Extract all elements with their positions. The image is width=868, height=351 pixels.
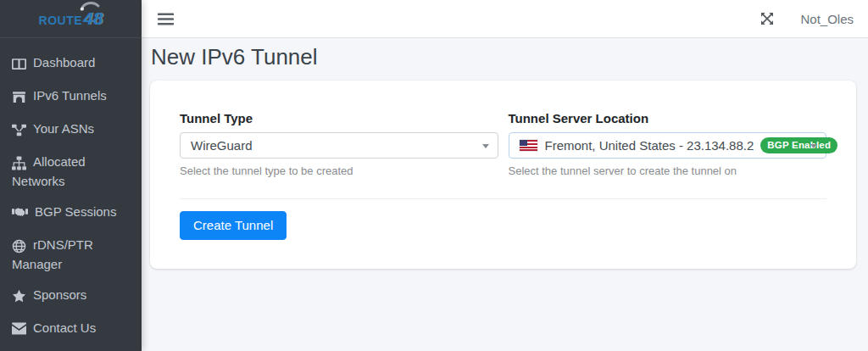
sidebar-item-label: BGP Sessions: [35, 204, 116, 219]
sidebar-item-your-asns[interactable]: Your ASNs: [0, 114, 142, 147]
server-location-select[interactable]: Fremont, United States - 23.134.88.2 BGP…: [509, 132, 827, 159]
fullscreen-button[interactable]: [757, 8, 777, 29]
sidebar: ROUTE 48 Dashboard IPv6 Tunnels Your ASN…: [0, 0, 142, 351]
top-navbar: Not_Oles: [142, 0, 868, 38]
sidebar-item-ipv6-tunnels[interactable]: IPv6 Tunnels: [0, 81, 142, 114]
sidebar-item-dashboard[interactable]: Dashboard: [0, 47, 142, 81]
brand-route-text: ROUTE: [39, 14, 83, 27]
star-icon: [12, 289, 26, 306]
sidebar-item-rdns-ptr-manager[interactable]: rDNS/PTR Manager: [0, 230, 142, 280]
chevron-down-icon: [482, 144, 489, 148]
create-tunnel-button[interactable]: Create Tunnel: [180, 211, 287, 240]
sidebar-item-contact-us[interactable]: Contact Us: [0, 313, 142, 346]
main-content: New IPv6 Tunnel Tunnel Type WireGuard Se…: [142, 38, 868, 351]
card-divider: [180, 198, 826, 199]
server-location-value: Fremont, United States - 23.134.88.2: [545, 138, 754, 153]
handshake-icon: [12, 206, 28, 223]
globe-icon: [12, 239, 26, 256]
sidebar-item-label: Your ASNs: [33, 121, 94, 136]
username-link[interactable]: Not_Oles: [800, 12, 854, 26]
page-title: New IPv6 Tunnel: [151, 43, 856, 70]
server-location-help: Select the tunnel server to create the t…: [509, 164, 827, 177]
sidebar-item-label: Dashboard: [33, 55, 95, 70]
bgp-enabled-badge: BGP Enabled: [760, 137, 837, 154]
brand-swoosh-icon: [79, 0, 101, 15]
sidebar-item-label: IPv6 Tunnels: [33, 88, 107, 103]
tunnel-type-field: Tunnel Type WireGuard Select the tunnel …: [180, 111, 498, 177]
server-location-label: Tunnel Server Location: [509, 111, 827, 125]
tunnel-type-value: WireGuard: [191, 138, 253, 153]
sidebar-item-sponsors[interactable]: Sponsors: [0, 280, 142, 313]
server-location-field: Tunnel Server Location Fremont, United S…: [509, 111, 827, 177]
sidebar-item-allocated-networks[interactable]: Allocated Networks: [0, 147, 142, 197]
sidebar-item-discord-channel[interactable]: Discord Channel: [0, 346, 142, 351]
tunnel-type-label: Tunnel Type: [180, 111, 498, 125]
network-nodes-icon: [12, 123, 26, 140]
sitemap-icon: [12, 156, 26, 173]
brand-logo[interactable]: ROUTE 48: [0, 0, 142, 38]
menu-toggle-button[interactable]: [156, 9, 175, 29]
dashboard-icon: [12, 57, 26, 74]
sidebar-item-label: Sponsors: [33, 287, 86, 302]
tunnel-type-select[interactable]: WireGuard: [180, 132, 498, 159]
envelope-icon: [12, 322, 26, 339]
chevron-down-icon: [810, 144, 817, 148]
sidebar-item-label: Contact Us: [33, 320, 96, 335]
tunnel-type-help: Select the tunnel type to be created: [180, 164, 498, 177]
new-tunnel-card: Tunnel Type WireGuard Select the tunnel …: [150, 81, 856, 269]
sidebar-item-bgp-sessions[interactable]: BGP Sessions: [0, 197, 142, 230]
sidebar-nav: Dashboard IPv6 Tunnels Your ASNs Allocat…: [0, 38, 142, 351]
tunnel-icon: [12, 90, 26, 107]
us-flag-icon: [520, 140, 537, 151]
